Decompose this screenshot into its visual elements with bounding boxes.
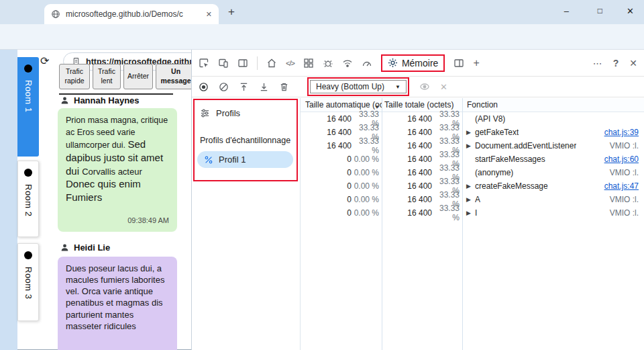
network-wifi-icon[interactable]: [342, 58, 353, 69]
table-row[interactable]: 00.00 % 16 40033.33 % (anonyme)VMIO :l.: [301, 166, 644, 179]
total-pct: 33.33 %: [432, 204, 462, 222]
chat-controls: Trafic rapide Trafic lent Arrêter Un mes…: [59, 64, 196, 89]
window-maximize-button[interactable]: □: [598, 6, 602, 15]
table-row[interactable]: 00.00 % 16 40033.33 % ▶createFakeMessage…: [301, 179, 644, 193]
memory-gear-icon: [388, 58, 398, 68]
devtools-close-icon[interactable]: ✕: [629, 58, 637, 69]
author-name: Heidi Lie: [74, 243, 110, 253]
heavy-profile-table: Taille automatique (octets)▼ Taille tota…: [301, 98, 644, 350]
column-header-total-size[interactable]: Taille totale (octets): [382, 100, 462, 110]
source-link[interactable]: chat.js:47: [599, 181, 639, 191]
profils-header[interactable]: Profils: [192, 102, 300, 124]
total-size: 16 400: [382, 128, 432, 137]
profile-name: Profil 1: [219, 155, 246, 165]
total-size: 16 400: [382, 168, 432, 177]
column-header-function[interactable]: Fonction: [462, 100, 644, 110]
self-size: 16 400: [301, 114, 352, 124]
person-avatar-icon: [60, 243, 69, 252]
self-size: 0: [301, 195, 352, 204]
source-link: VMIO :l.: [604, 195, 639, 204]
tab-close-icon[interactable]: ✕: [206, 10, 212, 19]
sampling-profiles-section-label: Profils d'échantillonnage: [192, 124, 300, 151]
focus-eye-icon[interactable]: [419, 81, 430, 92]
chat-message-bubble: Prion masa magna, critique ac Eros seed …: [58, 108, 177, 232]
room-dot-icon: [24, 64, 32, 73]
slow-traffic-button[interactable]: Trafic lent: [93, 64, 121, 89]
new-tab-button[interactable]: +: [228, 5, 235, 19]
self-pct: 0.00 %: [352, 181, 382, 191]
load-profile-icon[interactable]: [239, 82, 249, 92]
total-size: 16 400: [382, 114, 432, 124]
exclude-clear-icon[interactable]: ✕: [440, 82, 447, 92]
chat-message-bubble: Dues poseur lacus dui, a macules fumiers…: [58, 257, 177, 350]
stop-button[interactable]: Arrêter: [123, 64, 153, 89]
expand-arrow-icon[interactable]: ▶: [466, 210, 475, 216]
profile-item-selected[interactable]: Profil 1: [197, 151, 293, 168]
address-bar: ← ⟳ https://microsoftedge.github.io/Demo…: [0, 24, 644, 50]
room-tab-3[interactable]: Room 3: [17, 243, 39, 321]
delete-profile-trash-icon[interactable]: [279, 82, 289, 92]
sources-code-icon[interactable]: </>: [286, 59, 294, 67]
message-segment: Corvallis acteur: [82, 167, 142, 177]
window-close-button[interactable]: ✕: [627, 6, 634, 16]
function-name: (API V8): [475, 114, 505, 124]
source-link[interactable]: chat.js:60: [599, 155, 639, 164]
welcome-home-icon[interactable]: [266, 58, 277, 69]
self-pct: 0.00 %: [352, 155, 382, 164]
expand-arrow-icon[interactable]: ▶: [466, 129, 475, 136]
window-minimize-button[interactable]: –: [564, 6, 569, 16]
add-panel-button[interactable]: +: [473, 57, 479, 69]
panel-layout-icon[interactable]: [453, 58, 464, 69]
chat-divider: [59, 93, 173, 95]
tab-title: microsoftedge.github.io/Demos/c: [66, 9, 201, 19]
devtools-help-icon[interactable]: ?: [613, 58, 619, 69]
tab-memory[interactable]: Mémoire: [381, 54, 445, 72]
self-pct: 0.00 %: [352, 195, 382, 204]
column-divider: [382, 98, 382, 350]
memory-panel-body: Profils Profils d'échantillonnage Profil…: [192, 98, 644, 350]
room-label: Room 3: [23, 267, 34, 300]
source-link: VMIO :l.: [604, 208, 639, 218]
message-text: Dues poseur lacus dui, a macules fumiers…: [66, 263, 169, 332]
table-row[interactable]: 16 40033.33 % 16 40033.33 % ▶Document.ad…: [301, 139, 644, 152]
tab-strip: microsoftedge.github.io/Demos/c ✕ + – □ …: [0, 0, 644, 24]
room-dot-icon: [24, 169, 32, 177]
dock-side-icon[interactable]: [237, 58, 248, 69]
toolbar-separator: [257, 56, 258, 70]
performance-gauge-icon[interactable]: [362, 58, 372, 69]
refresh-button[interactable]: ⟳: [40, 54, 49, 67]
function-name: getFakeText: [475, 128, 519, 137]
total-size: 16 400: [382, 141, 432, 150]
message-author: Hannah Haynes: [60, 95, 140, 105]
expand-arrow-icon[interactable]: ▶: [466, 183, 475, 189]
expand-arrow-icon[interactable]: ▶: [466, 142, 475, 149]
room-dot-icon: [24, 251, 32, 259]
detached-elements-icon[interactable]: [303, 58, 314, 69]
person-avatar-icon: [60, 96, 69, 105]
self-size: 0: [301, 168, 352, 177]
author-name: Hannah Haynes: [74, 95, 140, 105]
save-profile-icon[interactable]: [259, 82, 269, 92]
fast-traffic-button[interactable]: Trafic rapide: [59, 64, 90, 89]
self-size: 16 400: [301, 141, 352, 150]
table-row[interactable]: 00.00 % 16 40033.33 % startFakeMessagesc…: [301, 152, 644, 166]
device-emulation-icon[interactable]: [218, 58, 229, 69]
total-size: 16 400: [382, 155, 432, 164]
heavy-bottom-up-dropdown[interactable]: Heavy (Bottom Up) ▼: [310, 80, 407, 93]
issues-bug-icon[interactable]: [323, 58, 333, 69]
table-row[interactable]: 00.00 % 16 40033.33 % ▶IVMIO :l.: [301, 206, 644, 220]
browser-tab[interactable]: microsoftedge.github.io/Demos/c ✕: [44, 4, 219, 24]
record-profile-icon[interactable]: [199, 82, 209, 92]
expand-arrow-icon[interactable]: ▶: [466, 196, 475, 203]
room-tab-1[interactable]: Room 1: [17, 57, 39, 157]
clear-profiles-icon[interactable]: [219, 82, 229, 92]
one-message-button[interactable]: Un message: [156, 64, 196, 89]
column-header-self-size[interactable]: Taille automatique (octets)▼: [301, 100, 382, 110]
function-name: startFakeMessages: [475, 155, 545, 164]
source-link[interactable]: chat.js:39: [599, 128, 639, 137]
room-tab-2[interactable]: Room 2: [17, 161, 39, 237]
inspect-element-icon[interactable]: [199, 58, 209, 69]
memory-tab-label: Mémoire: [402, 58, 438, 69]
table-row[interactable]: 00.00 % 16 40033.33 % ▶AVMIO :l.: [301, 193, 644, 206]
devtools-more-menu-icon[interactable]: ⋯: [593, 58, 602, 69]
